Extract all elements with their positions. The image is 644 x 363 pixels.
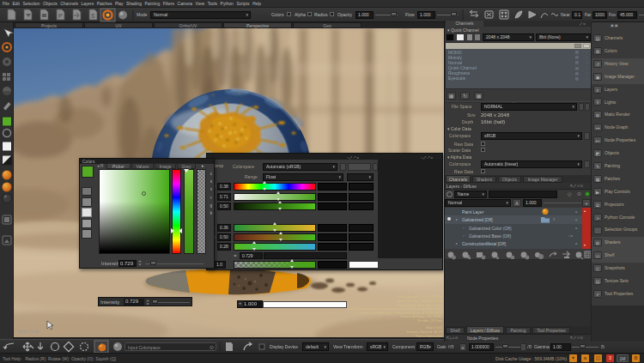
svg-text:Render: 23.1ms: Render: 23.1ms <box>418 318 442 323</box>
svg-text:S: S <box>91 13 95 19</box>
svg-text:P: P <box>58 13 63 19</box>
svg-text:FarCo Interactive: FarCo Interactive <box>416 334 442 338</box>
